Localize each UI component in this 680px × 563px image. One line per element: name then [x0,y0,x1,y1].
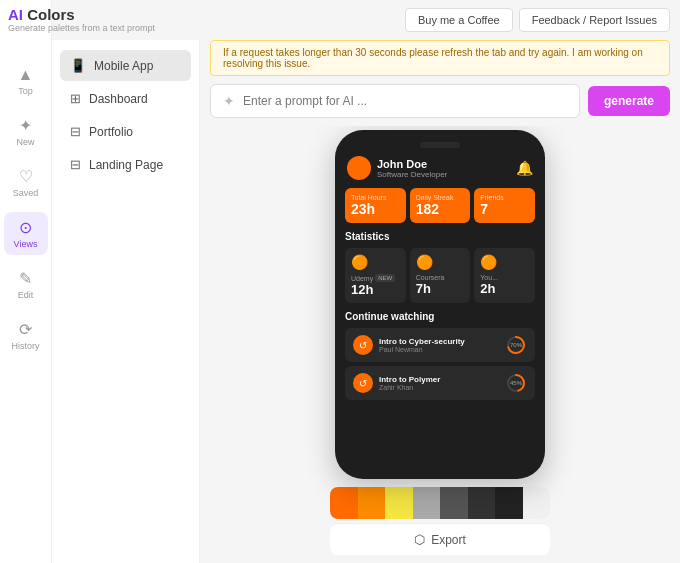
landing-icon: ⊟ [70,157,81,172]
export-icon: ⬡ [414,532,425,547]
views-icon: ⊙ [19,218,32,237]
phone-header: John Doe Software Developer 🔔 [345,156,535,180]
sidebar-item-saved[interactable]: ♡ Saved [4,161,48,204]
prompt-bar: ✦ generate [200,76,680,126]
grid-card-udemy: 🟠 Udemy NEW 12h [345,248,406,303]
color-swatch-2[interactable] [385,487,413,519]
warning-banner: If a request takes longer than 30 second… [210,40,670,76]
sidebar-item-label-new: New [16,137,34,147]
continue-card-1: ↺ Intro to Cyber-security Paul Newman 70… [345,328,535,362]
dashboard-icon: ⊞ [70,91,81,106]
grid-value-udemy: 12h [351,282,373,297]
phone-notch [420,142,460,148]
color-swatch-7[interactable] [523,487,551,519]
color-swatch-6[interactable] [495,487,523,519]
continue-author-1: Paul Newman [379,346,499,353]
user-name: John Doe [377,158,516,170]
color-swatch-0[interactable] [330,487,358,519]
continue-author-2: Zahir Khan [379,384,499,391]
grid-value-coursera: 7h [416,281,431,296]
sidebar: ▲ Top ✦ New ♡ Saved ⊙ Views ✎ Edit ⟳ His… [0,0,52,563]
new-icon: ✦ [19,116,32,135]
stat-label-friends: Friends [480,194,529,201]
grid-label-udemy: Udemy [351,275,373,282]
grid-card-coursera: 🟠 Coursera 7h [410,248,471,303]
color-swatch-4[interactable] [440,487,468,519]
sidebar-item-label-views: Views [14,239,38,249]
stat-value-streak: 182 [416,201,465,217]
continue-icon-1: ↺ [353,335,373,355]
continue-title: Continue watching [345,311,535,322]
left-panel: 📱 Mobile App ⊞ Dashboard ⊟ Portfolio ⊟ L… [52,40,200,563]
stat-label-hours: Total Hours [351,194,400,201]
feedback-button[interactable]: Feedback / Report Issues [519,8,670,32]
grid-card-youtube: 🟠 You... 2h [474,248,535,303]
panel-item-label-portfolio: Portfolio [89,125,133,139]
history-icon: ⟳ [19,320,32,339]
grid-label-coursera: Coursera [416,274,445,281]
sidebar-item-label-saved: Saved [13,188,39,198]
grid-value-youtube: 2h [480,281,495,296]
avatar [347,156,371,180]
user-info: John Doe Software Developer [377,158,516,179]
prompt-input-container[interactable]: ✦ [210,84,580,118]
phone-mockup: John Doe Software Developer 🔔 Total Hour… [335,130,545,479]
sidebar-item-edit[interactable]: ✎ Edit [4,263,48,306]
grid-label-youtube: You... [480,274,498,281]
progress-circle-2: 45% [505,372,527,394]
statistics-title: Statistics [345,231,535,242]
edit-icon: ✎ [19,269,32,288]
sidebar-item-label-top: Top [18,86,33,96]
export-label: Export [431,533,466,547]
coursera-icon: 🟠 [416,254,433,270]
export-bar[interactable]: ⬡ Export [330,523,550,555]
app-title: AI Colors [8,6,155,23]
color-swatch-1[interactable] [358,487,386,519]
prompt-input[interactable] [243,94,567,108]
panel-item-mobile-app[interactable]: 📱 Mobile App [60,50,191,81]
panel-item-dashboard[interactable]: ⊞ Dashboard [60,83,191,114]
stats-row: Total Hours 23h Daily Streak 182 Friends… [345,188,535,223]
udemy-icon: 🟠 [351,254,368,270]
top-icon: ▲ [18,66,34,84]
panel-item-landing[interactable]: ⊟ Landing Page [60,149,191,180]
sidebar-item-label-edit: Edit [18,290,34,300]
stat-label-streak: Daily Streak [416,194,465,201]
sidebar-item-new[interactable]: ✦ New [4,110,48,153]
user-role: Software Developer [377,170,516,179]
color-swatch-5[interactable] [468,487,496,519]
generate-button[interactable]: generate [588,86,670,116]
continue-card-2: ↺ Intro to Polymer Zahir Khan 45% [345,366,535,400]
bell-icon: 🔔 [516,160,533,176]
continue-name-1: Intro to Cyber-security [379,337,499,346]
color-swatch-3[interactable] [413,487,441,519]
continue-name-2: Intro to Polymer [379,375,499,384]
stat-value-friends: 7 [480,201,529,217]
heart-icon: ♡ [19,167,33,186]
sidebar-item-top[interactable]: ▲ Top [4,60,48,102]
continue-info-2: Intro to Polymer Zahir Khan [379,375,499,391]
stats-grid: 🟠 Udemy NEW 12h 🟠 Coursera 7h 🟠 You... 2… [345,248,535,303]
sidebar-item-label-history: History [12,341,40,351]
panel-item-portfolio[interactable]: ⊟ Portfolio [60,116,191,147]
progress-circle-1: 70% [505,334,527,356]
sidebar-item-views[interactable]: ⊙ Views [4,212,48,255]
stat-card-hours: Total Hours 23h [345,188,406,223]
sidebar-item-history[interactable]: ⟳ History [4,314,48,357]
stat-card-streak: Daily Streak 182 [410,188,471,223]
color-palette [330,487,550,519]
panel-item-label-mobile: Mobile App [94,59,153,73]
buy-coffee-button[interactable]: Buy me a Coffee [405,8,513,32]
stat-card-friends: Friends 7 [474,188,535,223]
continue-icon-2: ↺ [353,373,373,393]
continue-info-1: Intro to Cyber-security Paul Newman [379,337,499,353]
stat-value-hours: 23h [351,201,400,217]
ai-icon: ✦ [223,93,235,109]
grid-badge-udemy: NEW [375,274,395,282]
panel-item-label-dashboard: Dashboard [89,92,148,106]
panel-item-label-landing: Landing Page [89,158,163,172]
top-bar: Buy me a Coffee Feedback / Report Issues [200,0,680,40]
phone-area: John Doe Software Developer 🔔 Total Hour… [200,126,680,563]
app-subtitle: Generate palettes from a text prompt [8,23,155,33]
portfolio-icon: ⊟ [70,124,81,139]
